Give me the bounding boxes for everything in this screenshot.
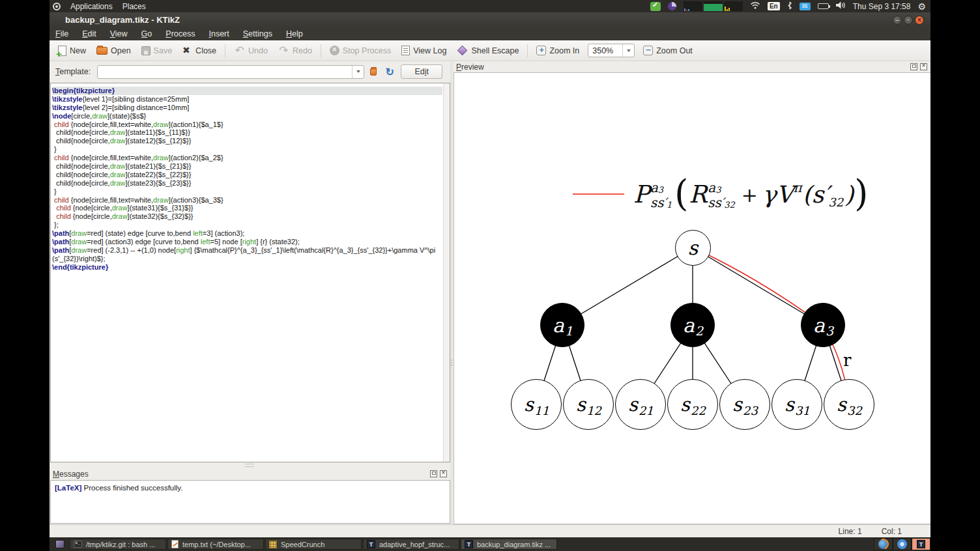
code-token: draw xyxy=(112,212,128,220)
volume-icon[interactable] xyxy=(836,1,846,11)
session-gear-icon[interactable]: ⚙ xyxy=(917,2,926,11)
node-s23: s23 xyxy=(719,379,770,430)
node-s21: s21 xyxy=(615,379,666,430)
template-edit-button[interactable]: Edit xyxy=(401,64,442,79)
template-open-button[interactable] xyxy=(366,64,381,79)
menu-settings[interactable]: Settings xyxy=(243,29,272,38)
horizontal-splitter[interactable] xyxy=(50,462,450,468)
menu-file[interactable]: File xyxy=(55,29,68,38)
close-icon xyxy=(182,46,192,55)
updates-ok-icon[interactable] xyxy=(650,2,661,11)
zoom-in-button[interactable]: Zoom In xyxy=(532,44,584,57)
show-desktop-button[interactable] xyxy=(51,538,68,550)
menu-help[interactable]: Help xyxy=(286,29,303,38)
code-token: draw xyxy=(110,171,126,178)
stop-icon xyxy=(330,46,339,55)
code-token: draw xyxy=(71,246,87,254)
code-token: left xyxy=(201,238,210,246)
status-bar: Line: 1 Col: 1 xyxy=(50,524,930,537)
close-file-button[interactable]: Close xyxy=(178,44,221,57)
menu-view[interactable]: View xyxy=(110,29,128,38)
browser-launcher[interactable] xyxy=(893,538,912,550)
menu-go[interactable]: Go xyxy=(141,29,152,38)
taskbar-item-backup-diagram[interactable]: Tbackup_diagram.tikz ... xyxy=(461,539,557,550)
code-token: \tikzstyle xyxy=(52,104,82,111)
new-button[interactable]: New xyxy=(53,44,91,58)
code-token: child xyxy=(54,154,69,162)
code-lines[interactable]: \begin{tikzpicture}\tikzstyle{level 1}=[… xyxy=(52,87,442,460)
maximize-button[interactable]: ▫ xyxy=(904,16,913,25)
save-button[interactable]: Save xyxy=(137,44,177,57)
ktikz-launcher[interactable]: T xyxy=(912,538,930,550)
vertical-splitter[interactable] xyxy=(450,61,453,524)
taskbar-item-terminal[interactable]: /tmp/ktikz.git : bash ... xyxy=(70,539,166,550)
preview-float-button[interactable] xyxy=(910,63,917,70)
window-title: backup_diagram.tikz - KTikZ xyxy=(50,15,180,25)
taskbar-mini-tray: T xyxy=(874,538,930,550)
zoom-out-button[interactable]: Zoom Out xyxy=(639,44,697,57)
big-rparen: ) xyxy=(854,171,868,214)
time-tracker-icon[interactable] xyxy=(668,2,676,10)
template-reload-button[interactable] xyxy=(382,64,397,79)
system-monitor-applet[interactable] xyxy=(684,1,743,11)
taskbar-item-speedcrunch[interactable]: SpeedCrunch xyxy=(265,539,362,550)
node-s22: s22 xyxy=(667,379,718,430)
code-token: (s'_{32})\right)$}; xyxy=(52,255,106,262)
bluetooth-icon[interactable] xyxy=(787,1,792,12)
status-line: Line: 1 xyxy=(839,527,862,536)
zoom-out-icon xyxy=(643,46,653,55)
code-token: \tikzstyle xyxy=(52,95,82,103)
redo-button[interactable]: Redo xyxy=(274,44,317,57)
message-tag: [LaTeX] xyxy=(55,484,81,492)
shell-escape-button[interactable]: Shell Escape xyxy=(452,44,523,57)
code-token: draw xyxy=(71,229,87,237)
menu-insert[interactable]: Insert xyxy=(209,29,229,38)
minimize-button[interactable]: – xyxy=(893,16,902,25)
code-token: }; xyxy=(52,221,59,229)
code-token: right xyxy=(242,238,256,246)
clock[interactable]: Thu Sep 3 17:58 xyxy=(853,2,911,11)
undo-button[interactable]: Undo xyxy=(229,44,272,57)
node-s11: s11 xyxy=(511,379,562,430)
open-button[interactable]: Open xyxy=(92,44,136,57)
code-token: left xyxy=(193,229,203,237)
messages-float-button[interactable] xyxy=(430,470,437,477)
code-token: {node[circle, xyxy=(71,204,112,212)
applications-menu[interactable]: Applications xyxy=(70,2,113,11)
menu-process[interactable]: Process xyxy=(166,29,195,38)
toolbar: New Open Save Close Undo Redo Stop Proce… xyxy=(50,40,930,61)
preview-close-button[interactable] xyxy=(920,63,927,70)
zoom-level-combo[interactable]: 350% xyxy=(588,44,635,57)
code-token: child xyxy=(56,204,71,212)
code-line: \end{tikzpicture} xyxy=(52,263,442,272)
distributor-logo-icon[interactable] xyxy=(53,3,61,10)
code-token: child{node[circle, xyxy=(52,128,110,136)
wifi-icon[interactable] xyxy=(750,1,760,11)
close-button[interactable]: × xyxy=(915,16,924,25)
code-token: ](state11){$s_{11}$}} xyxy=(126,128,190,136)
menu-edit[interactable]: Edit xyxy=(82,29,96,38)
view-log-button[interactable]: View Log xyxy=(397,44,451,57)
window-title-bar[interactable]: backup_diagram.tikz - KTikZ – ▫ × xyxy=(50,12,930,27)
code-token: child xyxy=(54,196,69,204)
taskbar-item-adaptive-hopf[interactable]: Tadaptive_hopf_struc... xyxy=(363,539,459,550)
taskbar-item-temp-txt[interactable]: temp.txt (~/Desktop... xyxy=(167,539,264,550)
stop-process-button[interactable]: Stop Process xyxy=(325,44,396,57)
code-token: ](state32){$s_{32}$}} xyxy=(128,212,194,220)
combo-arrow[interactable] xyxy=(622,44,634,57)
code-token: draw xyxy=(153,120,169,128)
code-editor[interactable]: \begin{tikzpicture}\tikzstyle{level 1}=[… xyxy=(50,83,450,462)
firefox-launcher[interactable] xyxy=(874,538,893,550)
mail-icon[interactable]: ✉ xyxy=(800,3,811,10)
code-token: ](state21){$s_{21}$}} xyxy=(126,162,192,170)
editor-scrollbar[interactable] xyxy=(443,83,450,462)
template-combo[interactable] xyxy=(97,65,364,79)
system-tray: En ✉ Thu Sep 3 17:58 ⚙ xyxy=(650,1,930,12)
keyboard-layout-indicator[interactable]: En xyxy=(768,2,780,10)
new-icon xyxy=(58,46,66,56)
battery-icon[interactable] xyxy=(818,3,829,9)
messages-close-button[interactable] xyxy=(440,470,447,477)
combo-arrow[interactable] xyxy=(352,66,364,78)
network-graph xyxy=(724,1,743,11)
places-menu[interactable]: Places xyxy=(122,2,146,11)
